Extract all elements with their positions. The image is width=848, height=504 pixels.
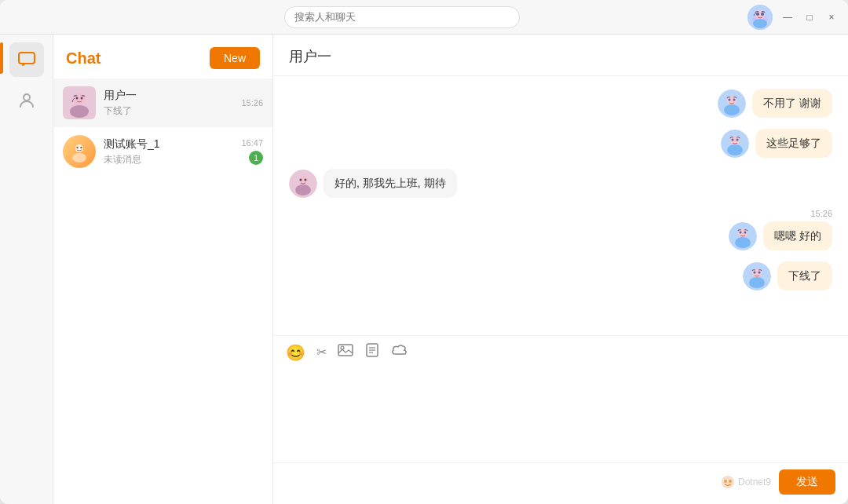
new-chat-button[interactable]: New <box>210 47 260 69</box>
svg-point-9 <box>73 93 86 105</box>
svg-point-34 <box>735 237 751 248</box>
svg-point-30 <box>300 179 302 181</box>
chat-item-info: 用户一 下线了 <box>104 89 233 118</box>
chat-item-time: 15:26 <box>241 98 263 108</box>
chat-list-title: Chat <box>66 49 101 68</box>
right-avatar <box>743 262 771 290</box>
svg-point-14 <box>72 153 86 163</box>
search-input[interactable] <box>284 6 520 28</box>
test-account-avatar <box>63 135 96 168</box>
svg-point-35 <box>740 232 742 234</box>
message-row: 下线了 <box>289 261 832 290</box>
brand-icon <box>721 475 735 489</box>
svg-point-12 <box>81 97 83 100</box>
chat-item-name: 测试账号_1 <box>104 137 233 152</box>
image-icon <box>338 342 353 358</box>
avatar-image <box>747 5 773 30</box>
brand-label: Dotnet9 <box>721 475 771 489</box>
svg-point-4 <box>756 13 759 16</box>
svg-rect-42 <box>338 345 353 356</box>
message-avatar <box>289 170 317 198</box>
svg-point-20 <box>729 99 731 101</box>
close-button[interactable]: × <box>824 10 839 24</box>
test-avatar-icon <box>68 141 90 163</box>
brand-name: Dotnet9 <box>738 477 771 488</box>
chat-item-avatar <box>63 135 96 168</box>
svg-point-49 <box>724 480 727 483</box>
message-bubble: 下线了 <box>777 261 832 290</box>
chat-input[interactable] <box>273 368 848 462</box>
chat-item[interactable]: 用户一 下线了 15:26 <box>53 79 272 127</box>
cloud-button[interactable] <box>391 343 408 361</box>
message-avatar <box>729 222 757 250</box>
right-avatar <box>721 130 749 158</box>
chat-icon <box>17 50 36 69</box>
chat-item-time: 16:47 <box>241 138 263 148</box>
message-bubble-wrap: 这些足够了 <box>755 129 832 158</box>
svg-point-40 <box>754 272 756 274</box>
svg-point-26 <box>737 139 739 141</box>
svg-point-50 <box>729 480 732 483</box>
message-bubble-wrap: 15:26 嗯嗯 好的 <box>763 209 832 250</box>
message-row: 15:26 嗯嗯 好的 <box>289 209 832 250</box>
title-bar-controls: — □ × <box>747 5 839 30</box>
message-avatar <box>743 262 771 290</box>
svg-point-15 <box>76 147 78 148</box>
chat-toolbar: 😊 ✂ <box>273 335 848 368</box>
chat-item[interactable]: 测试账号_1 未读消息 16:47 1 <box>53 127 272 176</box>
message-bubble: 不用了 谢谢 <box>752 89 832 118</box>
svg-point-39 <box>749 277 765 288</box>
title-bar-center <box>57 6 747 28</box>
maximize-button[interactable]: □ <box>802 10 817 24</box>
messages-area: 不用了 谢谢 <box>273 76 848 335</box>
sidebar-item-contacts[interactable] <box>9 83 44 118</box>
main-content: Chat New <box>0 35 848 504</box>
message-avatar <box>721 130 749 158</box>
user-one-avatar <box>63 86 96 119</box>
message-bubble-wrap: 下线了 <box>777 261 832 290</box>
user-avatar-top[interactable] <box>747 5 773 30</box>
chat-header-name: 用户一 <box>289 49 331 64</box>
file-icon <box>364 342 380 358</box>
title-bar: — □ × <box>0 0 848 35</box>
message-bubble-wrap: 好的, 那我先上班, 期待 <box>323 169 457 198</box>
message-row: 不用了 谢谢 <box>289 89 832 118</box>
sidebar-icons <box>0 35 53 504</box>
chat-item-meta: 16:47 1 <box>241 138 263 165</box>
contact-icon <box>17 91 36 110</box>
left-avatar <box>289 170 317 198</box>
right-avatar <box>718 89 746 118</box>
chat-item-avatar <box>63 86 96 119</box>
svg-point-16 <box>80 147 82 148</box>
chat-item-info: 测试账号_1 未读消息 <box>104 137 233 166</box>
chat-list-header: Chat New <box>53 35 272 79</box>
svg-point-10 <box>70 105 89 118</box>
message-row: 好的, 那我先上班, 期待 <box>289 169 832 198</box>
message-bubble: 嗯嗯 好的 <box>763 221 832 250</box>
message-time: 15:26 <box>810 209 832 218</box>
svg-point-11 <box>76 97 79 100</box>
chat-items: 用户一 下线了 15:26 <box>53 79 272 504</box>
svg-point-5 <box>761 13 764 16</box>
message-bubble: 好的, 那我先上班, 期待 <box>323 169 457 198</box>
svg-point-29 <box>295 184 311 195</box>
send-button[interactable]: 发送 <box>779 469 835 495</box>
scissors-button[interactable]: ✂ <box>316 345 327 360</box>
minimize-button[interactable]: — <box>780 10 795 24</box>
sidebar-item-chat[interactable] <box>9 42 44 77</box>
emoji-button[interactable]: 😊 <box>286 343 305 362</box>
svg-point-41 <box>758 272 761 274</box>
svg-point-3 <box>753 19 767 28</box>
message-bubble: 这些足够了 <box>755 129 832 158</box>
chat-list-panel: Chat New <box>53 35 273 504</box>
svg-point-25 <box>732 139 734 141</box>
cloud-icon <box>391 343 408 357</box>
file-button[interactable] <box>364 342 380 362</box>
chat-item-name: 用户一 <box>104 89 233 103</box>
svg-point-19 <box>724 104 740 115</box>
image-button[interactable] <box>338 342 353 362</box>
svg-rect-6 <box>19 53 35 64</box>
chat-item-subtext: 下线了 <box>104 104 233 118</box>
chat-item-subtext: 未读消息 <box>104 153 233 166</box>
svg-point-7 <box>24 94 30 100</box>
